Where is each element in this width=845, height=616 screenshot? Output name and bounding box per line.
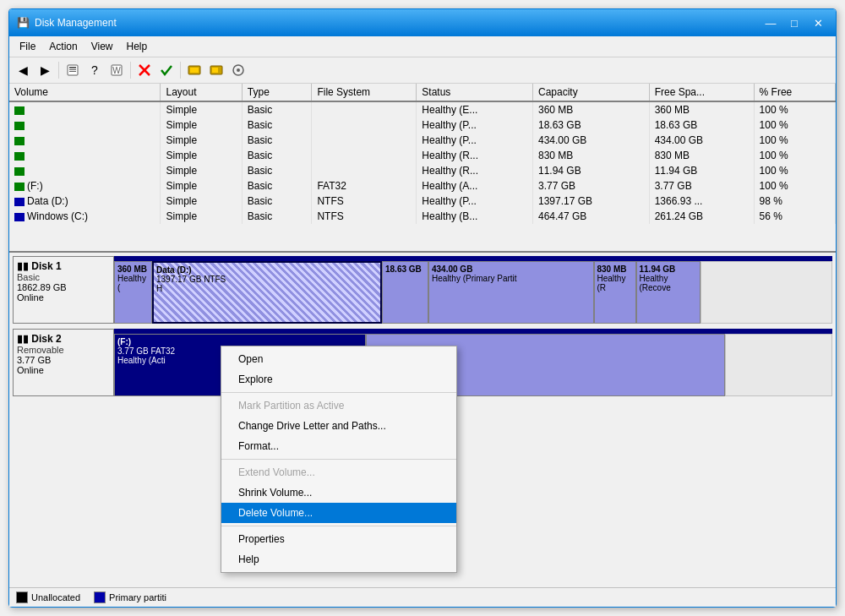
disk2-part3-spacer xyxy=(725,334,833,396)
disk1-part3[interactable]: 18.63 GB xyxy=(382,261,428,324)
legend-bar: Unallocated Primary partiti xyxy=(9,587,836,607)
legend-primary: Primary partiti xyxy=(94,591,166,603)
wizard-button[interactable]: W xyxy=(106,60,127,80)
context-menu-item[interactable]: Shrink Volume... xyxy=(221,482,456,503)
checkmark-button[interactable] xyxy=(156,60,177,80)
disk2-label: ▮▮ Disk 2 Removable 3.77 GB Online xyxy=(13,329,114,396)
table-scroll[interactable]: Volume Layout Type File System Status Ca… xyxy=(9,84,836,251)
main-window: 💾 Disk Management — □ ✕ File Action View… xyxy=(8,8,837,608)
disk1-name: ▮▮ Disk 1 xyxy=(17,260,110,272)
disk2-name: ▮▮ Disk 2 xyxy=(17,333,110,345)
delete-button[interactable] xyxy=(134,60,155,80)
table-row[interactable]: SimpleBasicHealthy (R...830 MB830 MB100 … xyxy=(9,148,836,163)
legend-unalloc-box xyxy=(16,591,28,603)
svg-rect-3 xyxy=(69,71,76,72)
context-menu-separator xyxy=(221,459,456,460)
svg-rect-11 xyxy=(212,68,218,73)
table-row[interactable]: (F:)SimpleBasicFAT32Healthy (A...3.77 GB… xyxy=(9,178,836,194)
table-row[interactable]: SimpleBasicHealthy (E...360 MB360 MB100 … xyxy=(9,101,836,117)
properties-button[interactable] xyxy=(63,60,83,80)
disk1-type: Basic xyxy=(17,272,110,282)
context-menu-separator xyxy=(221,392,456,393)
table-row[interactable]: Windows (C:)SimpleBasicNTFSHealthy (B...… xyxy=(9,209,836,224)
disk2-status: Online xyxy=(17,365,110,375)
disk1-status: Online xyxy=(17,292,110,303)
disk1-part6[interactable]: 11.94 GB Healthy (Recove xyxy=(636,261,701,324)
menu-bar: File Action View Help xyxy=(9,36,836,57)
svg-point-13 xyxy=(237,68,240,72)
maximize-button[interactable]: □ xyxy=(783,14,805,31)
table-row[interactable]: SimpleBasicHealthy (P...18.63 GB18.63 GB… xyxy=(9,117,836,133)
menu-help[interactable]: Help xyxy=(120,38,155,55)
col-pctfree[interactable]: % Free xyxy=(754,84,835,101)
legend-primary-label: Primary partiti xyxy=(109,592,166,602)
context-menu-item[interactable]: Explore xyxy=(221,369,456,390)
svg-rect-9 xyxy=(190,68,199,73)
disk1-part2-data[interactable]: Data (D:) 1397.17 GB NTFS H xyxy=(152,261,382,324)
window-title: Disk Management xyxy=(35,17,760,29)
help-button[interactable]: ? xyxy=(84,60,105,80)
legend-primary-box xyxy=(94,591,106,603)
col-layout[interactable]: Layout xyxy=(161,84,242,101)
col-type[interactable]: Type xyxy=(242,84,312,101)
disk1-row: ▮▮ Disk 1 Basic 1862.89 GB Online 360 MB… xyxy=(13,256,832,324)
context-menu-item[interactable]: Format... xyxy=(221,436,456,456)
context-menu-item[interactable]: Properties xyxy=(221,529,456,549)
disk1-part7-spacer xyxy=(701,261,832,324)
title-bar: 💾 Disk Management — □ ✕ xyxy=(9,9,836,36)
svg-rect-1 xyxy=(69,67,76,68)
context-menu: OpenExploreMark Partition as ActiveChang… xyxy=(221,346,457,573)
toolbar-sep-1 xyxy=(58,62,59,79)
window-controls: — □ ✕ xyxy=(760,14,829,31)
rescan-button[interactable] xyxy=(206,60,226,80)
col-status[interactable]: Status xyxy=(417,84,533,101)
table-row[interactable]: SimpleBasicHealthy (R...11.94 GB11.94 GB… xyxy=(9,163,836,178)
svg-rect-2 xyxy=(69,69,76,70)
menu-view[interactable]: View xyxy=(84,38,120,55)
forward-button[interactable]: ▶ xyxy=(35,60,55,80)
context-menu-item[interactable]: Open xyxy=(221,349,456,369)
disk1-part4[interactable]: 434.00 GB Healthy (Primary Partit xyxy=(428,261,594,324)
context-menu-separator xyxy=(221,526,456,526)
close-button[interactable]: ✕ xyxy=(807,14,829,31)
col-free[interactable]: Free Spa... xyxy=(649,84,754,101)
col-fs[interactable]: File System xyxy=(312,84,417,101)
minimize-button[interactable]: — xyxy=(760,14,782,31)
table-row[interactable]: SimpleBasicHealthy (P...434.00 GB434.00 … xyxy=(9,133,836,148)
svg-text:W: W xyxy=(112,66,121,75)
context-menu-item: Extend Volume... xyxy=(221,462,456,482)
context-menu-item[interactable]: Change Drive Letter and Paths... xyxy=(221,416,456,436)
table-row[interactable]: Data (D:)SimpleBasicNTFSHealthy (P...139… xyxy=(9,194,836,209)
col-capacity[interactable]: Capacity xyxy=(533,84,650,101)
context-menu-item[interactable]: Delete Volume... xyxy=(221,503,456,523)
context-menu-item: Mark Partition as Active xyxy=(221,395,456,416)
legend-unalloc: Unallocated xyxy=(16,591,80,603)
disk1-label: ▮▮ Disk 1 Basic 1862.89 GB Online xyxy=(13,256,114,324)
col-volume[interactable]: Volume xyxy=(9,84,161,101)
app-icon: 💾 xyxy=(16,16,30,30)
toolbar: ◀ ▶ ? W xyxy=(9,57,836,84)
table-area: Volume Layout Type File System Status Ca… xyxy=(9,84,836,253)
menu-action[interactable]: Action xyxy=(42,38,84,55)
menu-file[interactable]: File xyxy=(13,38,42,55)
disk2-type: Removable xyxy=(17,345,110,355)
toolbar-sep-3 xyxy=(180,62,181,79)
volumes-table: Volume Layout Type File System Status Ca… xyxy=(9,84,836,224)
context-menu-item[interactable]: Help xyxy=(221,549,456,570)
main-content: Volume Layout Type File System Status Ca… xyxy=(9,84,836,607)
refresh-button[interactable] xyxy=(184,60,204,80)
disk2-size: 3.77 GB xyxy=(17,355,110,365)
disk1-part5[interactable]: 830 MB Healthy (R xyxy=(594,261,636,324)
other-button[interactable] xyxy=(228,60,248,80)
toolbar-sep-2 xyxy=(130,62,131,79)
disk1-part1[interactable]: 360 MB Healthy ( xyxy=(114,261,152,324)
disk1-partitions: 360 MB Healthy ( Data (D:) 1397.17 GB NT… xyxy=(114,256,832,324)
legend-unalloc-label: Unallocated xyxy=(31,592,80,602)
back-button[interactable]: ◀ xyxy=(13,60,33,80)
disk1-size: 1862.89 GB xyxy=(17,282,110,292)
